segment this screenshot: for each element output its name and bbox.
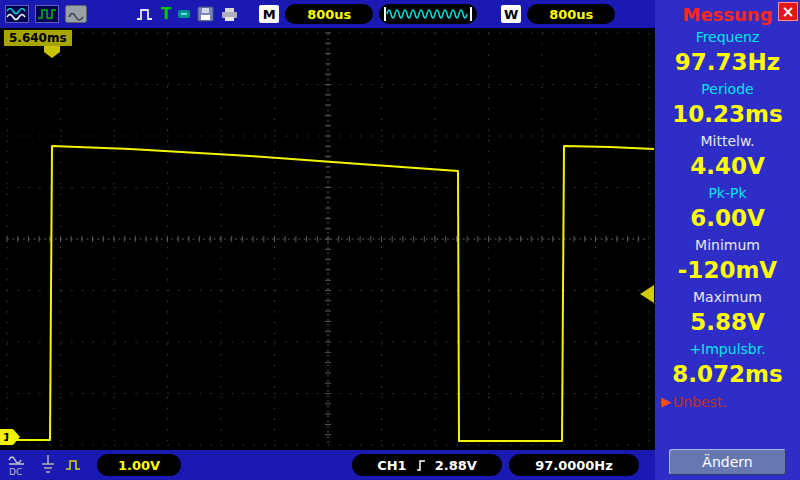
ch1-trace: [8, 146, 654, 441]
measurement-label: Frequenz: [655, 28, 800, 47]
coupling-label: DC: [9, 467, 22, 477]
dual-wave-icon: [5, 5, 29, 23]
measurement-mean: Mittelw. 4.40V: [655, 132, 800, 184]
measurement-maximum: Maximum 5.88V: [655, 288, 800, 340]
main-timebase-badge: M: [259, 5, 279, 23]
measurement-value: 97.73Hz: [655, 47, 800, 77]
measurement-label: Minimum: [655, 236, 800, 255]
link-icon: [177, 8, 191, 20]
alert-arrow-icon: ▶: [661, 392, 671, 412]
rising-edge-icon: [415, 457, 427, 473]
ch1-coupling-icon: DC: [6, 453, 32, 477]
delay-position-marker[interactable]: [44, 44, 60, 58]
measurement-value: 4.40V: [655, 151, 800, 181]
measurement-value: 10.23ms: [655, 99, 800, 129]
measurement-value: 6.00V: [655, 203, 800, 233]
trigger-frequency-pill: 97.0000Hz: [509, 454, 639, 476]
delay-readout: 5.640ms: [4, 30, 72, 46]
measurement-list: Frequenz 97.73Hz Periode 10.23ms Mittelw…: [655, 28, 800, 412]
measurement-label: +Impulsbr.: [655, 340, 800, 359]
close-icon[interactable]: ×: [778, 2, 798, 21]
measurement-pulse-width: +Impulsbr. 8.072ms: [655, 340, 800, 392]
measurement-frequency: Frequenz 97.73Hz: [655, 28, 800, 80]
measurement-pkpk: Pk-Pk 6.00V: [655, 184, 800, 236]
acquire-mode-icon: [65, 5, 87, 23]
trigger-level-value: 2.88V: [435, 458, 477, 473]
zoom-window-preview: [379, 4, 477, 24]
measurement-value: 8.072ms: [655, 359, 800, 389]
change-button[interactable]: Ändern: [669, 449, 786, 475]
trigger-info-pill: CH1 2.88V: [352, 454, 502, 476]
window-timebase-badge: W: [501, 5, 521, 23]
save-icon[interactable]: [197, 6, 214, 22]
ch1-volt-scale: 1.00V: [97, 454, 181, 476]
measurement-label: Maximum: [655, 288, 800, 307]
bottom-status-bar: DC 1.00V CH1 2.88V 97.0000Hz: [0, 450, 655, 480]
square-wave-icon: [35, 5, 59, 23]
measurement-label: Pk-Pk: [655, 184, 800, 203]
oscilloscope-screen: T M 800us W 800us: [0, 0, 800, 480]
alert-label: Unbest.: [673, 394, 727, 410]
trigger-status-label: T: [161, 5, 171, 23]
trigger-level-marker[interactable]: [640, 285, 654, 303]
waveform-display: 1 5.640ms: [0, 28, 655, 450]
trigger-source-label: CH1: [377, 458, 406, 473]
measurement-label: Periode: [655, 80, 800, 99]
measurement-label: Mittelw.: [655, 132, 800, 151]
pulse-icon: [135, 6, 155, 22]
measurement-value: -120mV: [655, 255, 800, 285]
channel-number-label: 1: [3, 431, 11, 444]
measurement-minimum: Minimum -120mV: [655, 236, 800, 288]
main-timebase-value: 800us: [285, 4, 373, 24]
channel1-ground-marker[interactable]: 1: [0, 429, 20, 445]
measurement-undetermined: ▶ Unbest.: [655, 392, 800, 412]
ground-icon: [39, 453, 57, 477]
print-icon[interactable]: [220, 7, 239, 22]
measurement-value: 5.88V: [655, 307, 800, 337]
preview-sine-icon: [387, 10, 467, 18]
measurement-panel: Messung × Frequenz 97.73Hz Periode 10.23…: [655, 0, 800, 480]
window-timebase-value: 800us: [527, 4, 615, 24]
measurement-period: Periode 10.23ms: [655, 80, 800, 132]
graticule-grid: [7, 33, 649, 445]
pulse-small-icon: [64, 455, 82, 475]
top-toolbar: T M 800us W 800us: [0, 0, 655, 28]
